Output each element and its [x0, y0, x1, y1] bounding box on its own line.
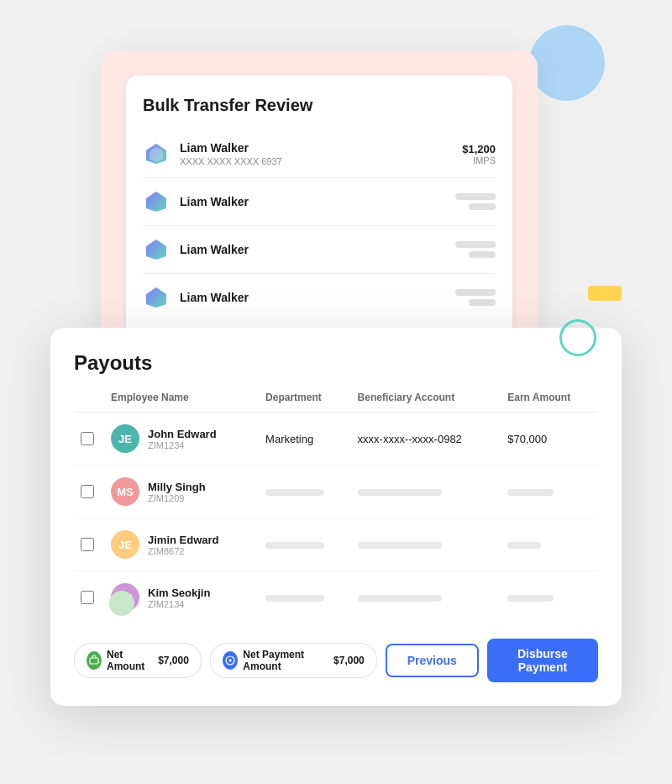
green-dot-decoration [109, 591, 134, 616]
net-payment-label: Net Payment Amount [243, 649, 328, 672]
payment-icon [143, 140, 170, 167]
bulk-row-acct: XXXX XXXX XXXX 6937 [180, 156, 452, 166]
payment-icon [143, 188, 170, 215]
beneficiary-cell [351, 518, 501, 571]
payouts-footer: Net Amount $7,000 Net Payment Amount $7,… [74, 639, 598, 682]
employee-id: ZIM2134 [148, 599, 210, 609]
department-cell: Marketing [259, 413, 351, 466]
row-checkbox[interactable] [81, 432, 94, 445]
bulk-row-name: Liam Walker [180, 141, 452, 155]
employee-name: Kim Seokjin [148, 587, 210, 599]
bulk-transfer-row: Liam Walker [143, 226, 496, 274]
svg-rect-5 [90, 658, 98, 664]
bulk-transfer-row: Liam Walker [143, 178, 496, 226]
avatar: MS [111, 477, 139, 506]
net-payment-icon [223, 651, 239, 670]
bulk-row-info: Liam Walker XXXX XXXX XXXX 6937 [180, 141, 452, 166]
net-amount-label: Net Amount [107, 649, 153, 672]
row-checkbox-cell [74, 518, 104, 571]
row-checkbox[interactable] [81, 538, 94, 551]
avatar: JE [111, 530, 139, 559]
employee-cell: JE John Edward ZIM1234 [104, 413, 259, 466]
amount-cell [501, 518, 598, 571]
net-amount-badge: Net Amount $7,000 [74, 643, 202, 678]
employee-name: Jimin Edward [148, 534, 219, 546]
svg-marker-2 [146, 192, 166, 212]
payment-icon [143, 236, 170, 263]
row-checkbox-cell [74, 413, 104, 466]
table-row: JE Jimin Edward ZIM8672 [74, 518, 598, 571]
table-row: KS Kim Seokjin ZIM2134 [74, 571, 598, 624]
yellow-bar-decoration [588, 286, 622, 301]
payouts-title: Payouts [74, 351, 598, 375]
svg-marker-4 [146, 287, 166, 308]
beneficiary-cell: xxxx-xxxx--xxxx-0982 [351, 413, 501, 466]
col-department: Department [259, 392, 351, 413]
footer-buttons: Previous Disburse Payment [386, 639, 598, 682]
scene: Bulk Transfer Review Liam Walker XXXX [0, 0, 672, 784]
blob-decoration [529, 25, 605, 101]
row-checkbox-cell [74, 466, 104, 518]
amount-cell: $70,000 [501, 413, 598, 466]
bulk-transfer-title: Bulk Transfer Review [143, 96, 496, 115]
col-checkbox [74, 392, 104, 413]
teal-ring-decoration [559, 319, 596, 356]
bulk-transfer-row: Liam Walker [143, 274, 496, 321]
row-checkbox[interactable] [81, 485, 94, 498]
disburse-payment-button[interactable]: Disburse Payment [487, 639, 598, 682]
payouts-card: Payouts Employee Name Department Benefic… [50, 328, 622, 706]
table-row: JE John Edward ZIM1234 Marketing xxxx-xx… [74, 413, 598, 466]
row-checkbox-cell [74, 571, 104, 624]
avatar: JE [111, 424, 139, 453]
employee-name: Milly Singh [148, 481, 206, 493]
col-beneficiary: Beneficiary Account [351, 392, 501, 413]
employee-cell: MS Milly Singh ZIM1209 [104, 466, 259, 518]
employee-id: ZIM1209 [148, 493, 206, 503]
beneficiary-cell [351, 466, 501, 518]
previous-button[interactable]: Previous [386, 644, 479, 677]
amount-cell [501, 571, 598, 624]
table-row: MS Milly Singh ZIM1209 [74, 466, 598, 518]
employee-info: Kim Seokjin ZIM2134 [148, 587, 210, 609]
department-cell [259, 518, 351, 571]
payouts-table: Employee Name Department Beneficiary Acc… [74, 392, 598, 624]
employee-id: ZIM1234 [148, 440, 217, 450]
payment-icon [143, 284, 170, 311]
beneficiary-cell [351, 571, 501, 624]
table-header-row: Employee Name Department Beneficiary Acc… [74, 392, 598, 413]
col-earn-amount: Earn Amount [501, 392, 598, 413]
amount-cell [501, 466, 598, 518]
employee-info: Jimin Edward ZIM8672 [148, 534, 219, 556]
department-cell [259, 466, 351, 518]
employee-info: John Edward ZIM1234 [148, 428, 217, 450]
department-cell [259, 571, 351, 624]
net-payment-value: $7,000 [333, 655, 365, 666]
employee-name: John Edward [148, 428, 217, 440]
bulk-transfer-row: Liam Walker XXXX XXXX XXXX 6937 $1,200 I… [143, 130, 496, 178]
svg-marker-3 [146, 239, 166, 260]
employee-cell: JE Jimin Edward ZIM8672 [104, 518, 259, 571]
col-employee-name: Employee Name [104, 392, 259, 413]
employee-id: ZIM8672 [148, 546, 219, 556]
net-amount-icon [87, 651, 102, 670]
row-checkbox[interactable] [81, 591, 94, 604]
employee-info: Milly Singh ZIM1209 [148, 481, 206, 503]
net-amount-value: $7,000 [158, 655, 189, 666]
net-payment-badge: Net Payment Amount $7,000 [210, 643, 377, 678]
bulk-row-amount: $1,200 IMPS [462, 143, 496, 166]
